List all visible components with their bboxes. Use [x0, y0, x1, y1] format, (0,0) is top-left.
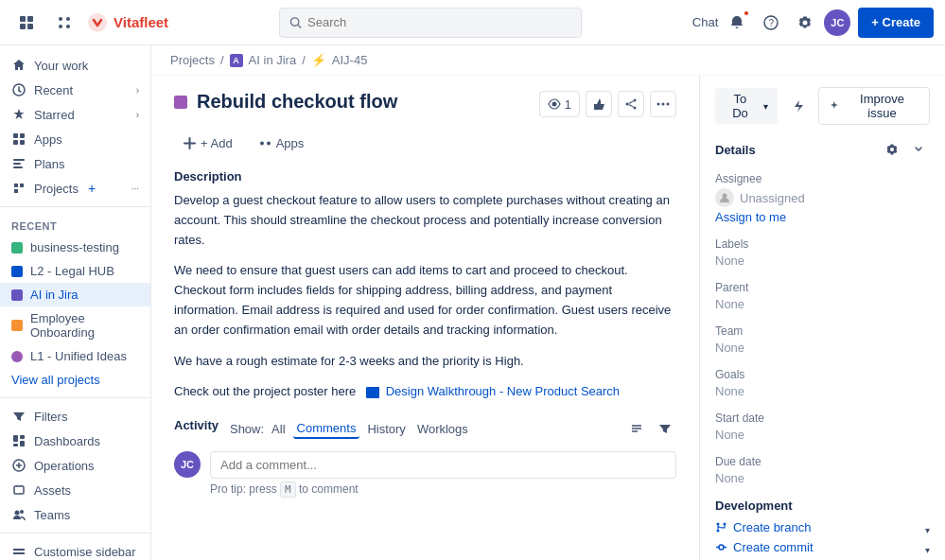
- pro-tip-key: M: [280, 481, 296, 498]
- plus-icon: [184, 137, 196, 149]
- issue-title-row: Rebuild checkout flow: [174, 91, 397, 113]
- branch-expand-icon[interactable]: ▾: [925, 525, 930, 535]
- settings-icon[interactable]: [790, 8, 820, 38]
- sidebar-item-plans[interactable]: Plans: [0, 151, 150, 176]
- search-bar[interactable]: [279, 8, 582, 38]
- svg-rect-0: [20, 16, 26, 22]
- create-button[interactable]: + Create: [858, 8, 934, 38]
- sidebar-item-operations[interactable]: Operations: [0, 453, 150, 478]
- details-collapse-icon[interactable]: [907, 138, 930, 161]
- apps-sidebar-icon: [11, 131, 26, 147]
- create-branch-label: Create branch: [733, 520, 811, 534]
- avatar[interactable]: JC: [824, 9, 850, 36]
- create-branch-row: Create branch ▾: [715, 520, 930, 540]
- comment-input-container: Pro tip: press M to comment: [210, 451, 676, 496]
- comment-input[interactable]: [220, 458, 666, 472]
- details-header: Details: [715, 138, 930, 161]
- assignee-avatar: [715, 188, 734, 207]
- notifications-button[interactable]: [722, 8, 752, 38]
- activity-tabs: Activity Show: All Comments History Work…: [174, 418, 472, 440]
- breadcrumb-project-name[interactable]: AI in Jira: [249, 53, 297, 67]
- parent-value: None: [715, 297, 930, 311]
- create-branch-link[interactable]: Create branch: [715, 520, 811, 534]
- sidebar-item-business-testing[interactable]: business-testing: [0, 236, 150, 259]
- activity-header: Activity Show: All Comments History Work…: [174, 417, 676, 440]
- breadcrumb-issue-id[interactable]: AIJ-45: [332, 53, 368, 67]
- lightning-button[interactable]: [785, 93, 811, 119]
- main-layout: Your work Recent › Starred › Apps: [0, 45, 945, 560]
- star-icon: [11, 107, 26, 122]
- sidebar-item-unified-ideas[interactable]: L1 - Unified Ideas: [0, 344, 150, 368]
- apps-button[interactable]: Apps: [250, 132, 314, 154]
- labels-label: Labels: [715, 237, 930, 251]
- help-icon[interactable]: ?: [756, 8, 786, 38]
- more-button[interactable]: [650, 91, 676, 117]
- sidebar-item-your-work[interactable]: Your work: [0, 53, 150, 78]
- description-link[interactable]: Design Walkthrough - New Product Search: [386, 384, 620, 398]
- breadcrumb-project-icon: A: [230, 54, 243, 67]
- svg-rect-21: [13, 166, 23, 168]
- tab-comments[interactable]: Comments: [293, 419, 360, 439]
- tab-worklogs[interactable]: Worklogs: [413, 420, 472, 438]
- sidebar-item-filters[interactable]: Filters: [0, 404, 150, 429]
- sidebar-label-filters: Filters: [34, 410, 67, 424]
- sidebar-item-dashboards[interactable]: Dashboards: [0, 429, 150, 453]
- breadcrumb-projects[interactable]: Projects: [170, 53, 215, 67]
- sidebar-item-apps[interactable]: Apps: [0, 127, 150, 151]
- status-button[interactable]: To Do ▾: [715, 88, 778, 124]
- add-button[interactable]: + Add: [174, 132, 242, 154]
- sidebar-item-starred[interactable]: Starred ›: [0, 102, 150, 127]
- sidebar-item-legal-hub[interactable]: L2 - Legal HUB: [0, 259, 150, 283]
- activity-collapse-icon[interactable]: [625, 417, 648, 440]
- svg-rect-2: [20, 24, 26, 29]
- svg-point-46: [717, 530, 720, 533]
- commit-expand-icon[interactable]: ▾: [925, 545, 930, 555]
- activity-title: Activity: [174, 418, 219, 432]
- tab-history[interactable]: History: [363, 420, 409, 438]
- commit-icon: [715, 541, 727, 553]
- tab-all[interactable]: All: [268, 420, 289, 438]
- comment-input-wrap[interactable]: [210, 451, 676, 479]
- watch-button[interactable]: 1: [539, 91, 580, 117]
- projects-more[interactable]: ···: [131, 184, 139, 194]
- share-button[interactable]: [618, 91, 644, 117]
- improve-button[interactable]: Improve issue: [818, 87, 930, 125]
- sidebar-item-employee-onboarding[interactable]: Employee Onboarding: [0, 306, 150, 344]
- projects-add[interactable]: +: [88, 181, 96, 196]
- sidebar-item-assets[interactable]: Assets: [0, 478, 150, 502]
- share-icon: [624, 97, 638, 111]
- app-name: Vitafleet: [114, 14, 168, 30]
- create-commit-link[interactable]: Create commit: [715, 540, 814, 554]
- sidebar-label-assets: Assets: [34, 483, 71, 498]
- sidebar-item-ai-jira[interactable]: AI in Jira: [0, 283, 150, 306]
- assign-to-me-link[interactable]: Assign to me: [715, 210, 930, 224]
- sidebar-item-projects[interactable]: Projects + ···: [0, 176, 150, 201]
- svg-rect-23: [20, 435, 25, 439]
- pro-tip-suffix: to comment: [299, 482, 359, 496]
- assets-icon: [11, 482, 26, 498]
- like-button[interactable]: [586, 91, 612, 117]
- activity-filter-icon[interactable]: [654, 417, 676, 440]
- thumb-up-icon: [592, 97, 605, 111]
- filter-icon: [11, 409, 26, 424]
- search-input[interactable]: [307, 15, 571, 29]
- apps-icon[interactable]: [49, 8, 79, 38]
- description-link-row: Check out the project poster here Design…: [174, 382, 676, 402]
- start-date-row: Start date None: [715, 411, 930, 442]
- lightning-icon: [792, 99, 805, 113]
- operations-icon: [11, 458, 26, 473]
- sidebar-item-teams[interactable]: Teams: [0, 502, 150, 527]
- app-logo[interactable]: Vitafleet: [87, 12, 168, 33]
- sidebar-item-recent[interactable]: Recent ›: [0, 78, 150, 102]
- svg-point-9: [290, 17, 298, 25]
- details-settings-icon[interactable]: [881, 138, 903, 161]
- sparkle-icon: [829, 100, 840, 112]
- grid-icon[interactable]: [11, 8, 42, 38]
- watch-count: 1: [565, 97, 571, 112]
- status-row: To Do ▾ Improve issue: [715, 87, 930, 125]
- description-link-prefix: Check out the project poster here: [174, 384, 356, 398]
- create-commit-row: Create commit ▾: [715, 540, 930, 560]
- sidebar-item-view-all[interactable]: View all projects: [0, 368, 150, 392]
- sidebar-item-customise[interactable]: Customise sidebar: [0, 539, 150, 560]
- nav-right: Chat ? JC: [692, 8, 850, 38]
